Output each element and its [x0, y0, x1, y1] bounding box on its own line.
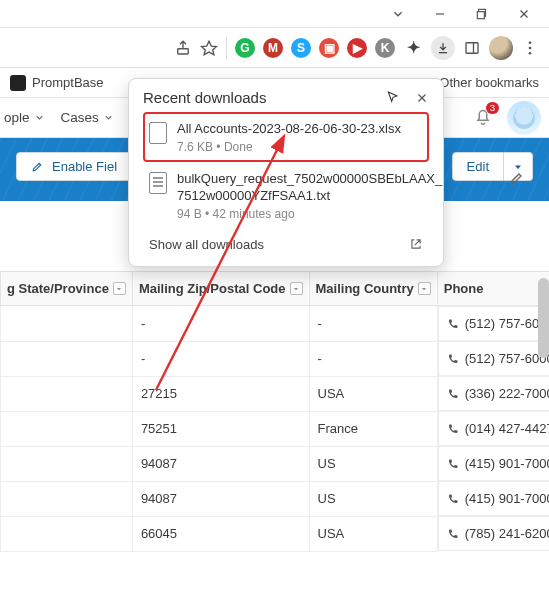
cell: [1, 376, 133, 411]
chevron-down-icon: [103, 112, 114, 123]
download-meta: 7.6 KB • Done: [177, 140, 401, 154]
nav-item[interactable]: ople: [4, 110, 45, 125]
close-icon[interactable]: [517, 7, 531, 21]
user-avatar[interactable]: [507, 101, 541, 135]
phone-icon: [447, 388, 459, 400]
download-meta: 94 B • 42 minutes ago: [177, 207, 442, 221]
extension-icon[interactable]: K: [375, 38, 395, 58]
table-row[interactable]: 94087US(415) 901-7000: [1, 446, 550, 481]
file-icon: [149, 172, 167, 194]
cell: 75251: [132, 411, 309, 446]
phone-icon: [447, 353, 459, 365]
svg-point-11: [529, 46, 532, 49]
cell-phone[interactable]: (336) 222-7000: [438, 376, 549, 411]
notification-badge: 3: [486, 102, 499, 114]
minimize-icon[interactable]: [433, 7, 447, 21]
phone-icon: [447, 458, 459, 470]
svg-point-10: [529, 41, 532, 44]
extensions-menu-icon[interactable]: ✦: [403, 38, 423, 58]
svg-rect-8: [466, 42, 478, 53]
browser-toolbar: G M S ▣ ▶ K ✦: [0, 28, 549, 68]
cell: [1, 341, 133, 376]
cell: -: [309, 306, 437, 342]
cell-phone[interactable]: (415) 901-7000: [438, 481, 549, 516]
cell: [1, 446, 133, 481]
scrollbar[interactable]: [538, 278, 549, 358]
cell: USA: [309, 376, 437, 411]
side-panel-icon[interactable]: [463, 39, 481, 57]
table-row[interactable]: --(512) 757-6000: [1, 341, 550, 376]
svg-marker-16: [422, 288, 426, 290]
extension-icon[interactable]: ▶: [347, 38, 367, 58]
show-all-downloads[interactable]: Show all downloads: [143, 229, 429, 254]
accounts-table: g State/Province Mailing Zip/Postal Code…: [0, 271, 549, 552]
downloads-popup: Recent downloads All Accounts-2023-08-26…: [128, 78, 444, 267]
share-icon[interactable]: [174, 39, 192, 57]
phone-icon: [447, 493, 459, 505]
cell: USA: [309, 516, 437, 551]
table-row[interactable]: 94087US(415) 901-7000: [1, 481, 550, 516]
extension-icon[interactable]: G: [235, 38, 255, 58]
cell: 94087: [132, 481, 309, 516]
extension-icon[interactable]: ▣: [319, 38, 339, 58]
cell-phone[interactable]: (415) 901-7000: [438, 446, 549, 481]
popup-title: Recent downloads: [143, 89, 385, 106]
downloads-button[interactable]: [431, 36, 455, 60]
chevron-down-icon: [34, 112, 45, 123]
cell: [1, 516, 133, 551]
column-header[interactable]: Phone: [437, 272, 549, 306]
cell: 27215: [132, 376, 309, 411]
star-icon[interactable]: [200, 39, 218, 57]
column-header[interactable]: Mailing Country: [309, 272, 437, 306]
maximize-icon[interactable]: [475, 7, 489, 21]
cell-phone[interactable]: (014) 427-4427: [438, 411, 549, 446]
cell: US: [309, 446, 437, 481]
column-header[interactable]: Mailing Zip/Postal Code: [132, 272, 309, 306]
cell-phone[interactable]: (512) 757-6000: [438, 341, 549, 376]
svg-marker-14: [117, 288, 121, 290]
profile-avatar[interactable]: [489, 36, 513, 60]
notifications-button[interactable]: 3: [473, 106, 493, 129]
svg-marker-15: [294, 288, 298, 290]
cell: -: [132, 306, 309, 342]
extension-icon[interactable]: M: [263, 38, 283, 58]
cell: 66045: [132, 516, 309, 551]
svg-rect-5: [178, 48, 189, 53]
cell: France: [309, 411, 437, 446]
menu-icon[interactable]: [521, 39, 539, 57]
phone-icon: [447, 423, 459, 435]
cell: [1, 481, 133, 516]
download-item[interactable]: All Accounts-2023-08-26-06-30-23.xlsx 7.…: [143, 112, 429, 162]
cell-phone[interactable]: (785) 241-6200: [438, 516, 549, 551]
window-titlebar: [0, 0, 549, 28]
edit-button[interactable]: Edit: [452, 152, 504, 181]
bookmark-label: PromptBase: [32, 75, 104, 90]
download-filename: bulkQuery_request_7502w00000SBEbLAAX_ 75…: [177, 170, 442, 205]
cell: 94087: [132, 446, 309, 481]
extension-icon[interactable]: S: [291, 38, 311, 58]
bookmark-item[interactable]: PromptBase: [10, 75, 104, 91]
pencil-icon: [31, 160, 44, 173]
close-icon[interactable]: [415, 91, 429, 105]
enable-field-button[interactable]: Enable Fiel: [16, 152, 132, 181]
other-bookmarks[interactable]: Other bookmarks: [439, 75, 539, 90]
external-link-icon: [409, 237, 423, 251]
download-item[interactable]: bulkQuery_request_7502w00000SBEbLAAX_ 75…: [143, 162, 429, 229]
table-row[interactable]: 75251France(014) 427-4427: [1, 411, 550, 446]
table-row[interactable]: --(512) 757-6000: [1, 306, 550, 342]
bookmark-favicon: [10, 75, 26, 91]
table-row[interactable]: 27215USA(336) 222-7000: [1, 376, 550, 411]
cell: [1, 411, 133, 446]
svg-point-12: [529, 51, 532, 54]
cell-phone[interactable]: (512) 757-6000: [438, 306, 549, 341]
svg-rect-2: [477, 11, 484, 18]
chevron-down-icon[interactable]: [391, 7, 405, 21]
column-header[interactable]: g State/Province: [1, 272, 133, 306]
file-icon: [149, 122, 167, 144]
cell: US: [309, 481, 437, 516]
pencil-icon[interactable]: [509, 170, 525, 186]
nav-item[interactable]: Cases: [61, 110, 114, 125]
table-row[interactable]: 66045USA(785) 241-6200: [1, 516, 550, 551]
svg-marker-6: [202, 41, 217, 55]
cell: [1, 306, 133, 342]
